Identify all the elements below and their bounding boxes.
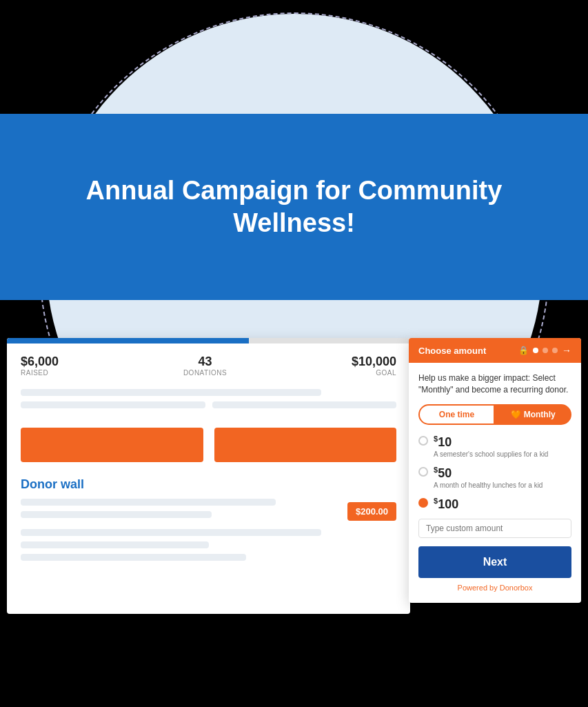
action-buttons-row xyxy=(7,421,410,469)
donor-list: $200.00 xyxy=(21,499,396,570)
goal-value: $10,000 xyxy=(352,355,396,369)
raised-stat: $6,000 RAISED xyxy=(21,355,59,377)
widget-header-icons: 🔒 → xyxy=(518,345,571,356)
goal-stat: $10,000 GOAL xyxy=(352,355,396,377)
amount-details-100: $100 xyxy=(434,497,458,512)
amount-desc-10: A semester's school supplies for a kid xyxy=(434,450,548,459)
donations-value: 43 xyxy=(183,355,227,369)
radio-10[interactable] xyxy=(418,436,428,446)
donor-wall-title: Donor wall xyxy=(21,477,396,492)
stats-row: $6,000 RAISED 43 DONATIONS $10,000 GOAL xyxy=(7,343,410,382)
amount-option-10: $10 A semester's school supplies for a k… xyxy=(418,435,571,459)
action-button-1[interactable] xyxy=(21,428,203,462)
amount-details-10: $10 A semester's school supplies for a k… xyxy=(434,435,548,459)
campaign-title: Annual Campaign for Community Wellness! xyxy=(34,175,554,240)
donations-label: DONATIONS xyxy=(183,369,227,377)
custom-amount-input[interactable] xyxy=(418,519,571,538)
raised-value: $6,000 xyxy=(21,355,59,369)
donor-wall-section: Donor wall $200.00 xyxy=(7,469,410,576)
amount-details-50: $50 A month of healthy lunches for a kid xyxy=(434,466,543,490)
frequency-toggle: One time 🧡 Monthly xyxy=(418,404,571,425)
progress-bar-container xyxy=(7,338,410,343)
next-arrow-icon: → xyxy=(562,345,571,356)
skeleton-line xyxy=(21,529,321,536)
amount-value-50: $50 xyxy=(434,466,543,481)
step-dot-3 xyxy=(552,348,558,353)
skeleton-line xyxy=(21,511,212,518)
widget-body: Help us make a bigger impact: Select "Mo… xyxy=(409,363,581,603)
donation-widget: Choose amount 🔒 → Help us make a bigger … xyxy=(409,338,581,603)
lock-icon: 🔒 xyxy=(518,346,529,355)
radio-100[interactable] xyxy=(418,498,428,508)
goal-label: GOAL xyxy=(352,369,396,377)
step-dot-1 xyxy=(533,348,538,353)
skeleton-line xyxy=(21,541,209,548)
skeleton-line xyxy=(21,499,276,506)
skeleton-lines-1 xyxy=(7,382,410,421)
skeleton-line xyxy=(21,554,246,561)
scene: Annual Campaign for Community Wellness! … xyxy=(0,0,588,707)
skeleton-line xyxy=(212,401,397,408)
amount-desc-50: A month of healthy lunches for a kid xyxy=(434,481,543,490)
donations-stat: 43 DONATIONS xyxy=(183,355,227,377)
widget-header-title: Choose amount xyxy=(418,346,486,356)
monthly-button[interactable]: 🧡 Monthly xyxy=(495,404,571,425)
step-dot-2 xyxy=(543,348,548,353)
skeleton-line xyxy=(21,389,321,396)
one-time-button[interactable]: One time xyxy=(418,404,495,425)
header-banner: Annual Campaign for Community Wellness! xyxy=(0,114,588,300)
campaign-card: $6,000 RAISED 43 DONATIONS $10,000 GOAL xyxy=(7,338,410,614)
recurring-message: Help us make a bigger impact: Select "Mo… xyxy=(418,372,571,396)
skeleton-line xyxy=(21,401,205,408)
powered-by-text: Powered by Donorbox xyxy=(418,584,571,597)
radio-50[interactable] xyxy=(418,467,428,477)
amount-option-50: $50 A month of healthy lunches for a kid xyxy=(418,466,571,490)
amount-value-10: $10 xyxy=(434,435,548,450)
amount-option-100: $100 xyxy=(418,497,571,512)
progress-bar-fill xyxy=(7,338,249,343)
raised-label: RAISED xyxy=(21,369,59,377)
amount-value-100: $100 xyxy=(434,497,458,512)
donor-amount: $200.00 xyxy=(347,502,396,521)
donor-row-1: $200.00 xyxy=(21,499,396,524)
action-button-2[interactable] xyxy=(214,428,397,462)
next-button[interactable]: Next xyxy=(418,546,571,578)
widget-header: Choose amount 🔒 → xyxy=(409,338,581,363)
